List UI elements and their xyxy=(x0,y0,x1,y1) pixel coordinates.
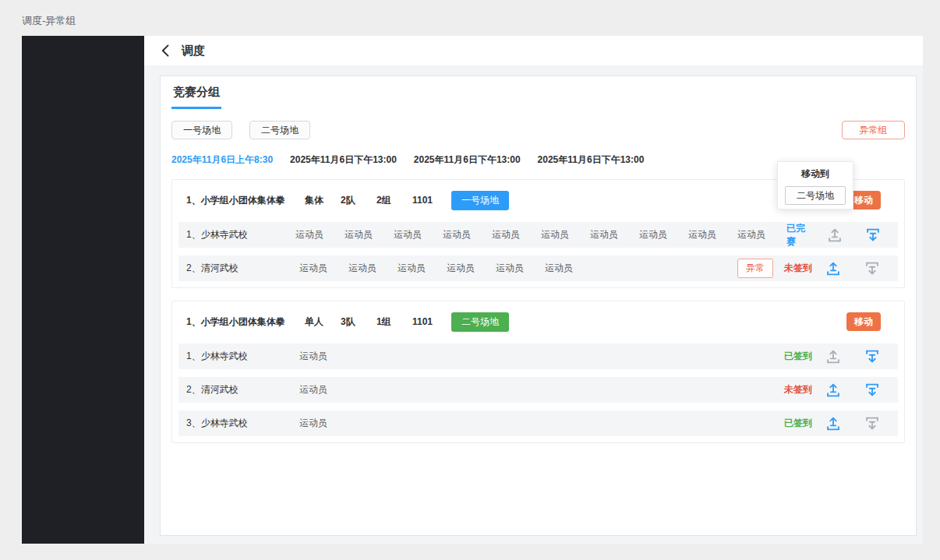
date-tab-1[interactable]: 2025年11月6日上午8:30 xyxy=(171,153,273,167)
abnormal-badge: 异常 xyxy=(737,259,773,278)
group-card-2: 1、小学组小团体集体拳 单人 3队 1组 1101 二号场地 移动 1、少林寺武… xyxy=(171,301,905,443)
stage-up-arrow-icon xyxy=(825,415,842,432)
abnormal-group-button[interactable]: 异常组 xyxy=(842,121,905,139)
stage-down-button[interactable] xyxy=(864,226,882,245)
group-teams: 2队 xyxy=(341,194,376,207)
group-number: 1组 xyxy=(376,315,412,329)
stage-down-arrow-icon xyxy=(864,348,881,365)
popup-option-venue-2[interactable]: 二号场地 xyxy=(785,186,846,205)
athlete-label: 运动员 xyxy=(299,417,348,430)
athlete-list: 运动员 xyxy=(299,383,348,396)
stage-up-button[interactable] xyxy=(825,259,843,278)
stage-up-button[interactable] xyxy=(825,347,843,366)
athlete-label: 运动员 xyxy=(590,228,639,241)
venue-badge: 二号场地 xyxy=(451,312,509,332)
team-name: 2、清河武校 xyxy=(186,262,299,275)
status-badge: 已签到 xyxy=(784,417,812,430)
stage-down-button[interactable] xyxy=(864,347,882,366)
team-row: 2、清河武校 运动员 未签到 xyxy=(178,377,898,403)
athlete-list: 运动员 xyxy=(299,417,348,430)
date-tab-2[interactable]: 2025年11月6日下午13:00 xyxy=(290,153,397,167)
athlete-label: 运动员 xyxy=(492,228,541,241)
content-card: 竞赛分组 一号场地 二号场地 异常组 2025年11月6日上午8:30 2025… xyxy=(160,76,917,536)
stage-down-button[interactable] xyxy=(864,381,882,400)
athlete-label: 运动员 xyxy=(348,262,398,275)
date-tab-4[interactable]: 2025年11月6日下午13:00 xyxy=(538,153,645,167)
group-title: 1、小学组小团体集体拳 xyxy=(186,194,305,207)
stage-up-button[interactable] xyxy=(825,414,843,433)
athlete-list: 运动员运动员运动员运动员运动员运动员 xyxy=(299,262,594,275)
athlete-label: 运动员 xyxy=(398,262,447,275)
page-header: 调度 xyxy=(144,36,923,65)
main-area: 调度 竞赛分组 一号场地 二号场地 异常组 2025年11月6日上午8:30 2… xyxy=(144,36,923,544)
athlete-label: 运动员 xyxy=(541,228,590,241)
stage-down-button[interactable] xyxy=(864,259,882,278)
athlete-label: 运动员 xyxy=(443,228,492,241)
group-header: 1、小学组小团体集体拳 单人 3队 1组 1101 二号场地 移动 xyxy=(178,308,898,336)
athlete-label: 运动员 xyxy=(345,228,394,241)
move-to-popup: 移动到 二号场地 xyxy=(777,161,853,210)
group-title: 1、小学组小团体集体拳 xyxy=(186,315,305,329)
date-tab-3[interactable]: 2025年11月6日下午13:00 xyxy=(414,153,521,167)
stage-up-arrow-icon xyxy=(825,260,842,277)
team-row: 1、少林寺武校 运动员运动员运动员运动员运动员运动员运动员运动员运动员运动员 已… xyxy=(178,222,898,248)
athlete-label: 运动员 xyxy=(688,228,737,241)
tab-competition-grouping[interactable]: 竞赛分组 xyxy=(171,85,221,109)
controls-row: 一号场地 二号场地 异常组 xyxy=(171,121,905,139)
status-badge: 已完赛 xyxy=(786,222,814,248)
group-code: 1101 xyxy=(412,316,448,327)
window-title: 调度-异常组 xyxy=(22,14,76,28)
athlete-label: 运动员 xyxy=(299,262,348,275)
venue-badge: 一号场地 xyxy=(451,191,509,210)
team-name: 1、少林寺武校 xyxy=(186,228,295,241)
athlete-label: 运动员 xyxy=(295,228,345,241)
page-title: 调度 xyxy=(182,44,205,58)
stage-down-arrow-icon xyxy=(864,227,882,244)
team-name: 1、少林寺武校 xyxy=(186,350,299,363)
sidebar xyxy=(22,36,144,544)
stage-up-button[interactable] xyxy=(825,381,843,400)
team-row: 2、清河武校 运动员运动员运动员运动员运动员运动员 异常 未签到 xyxy=(178,255,898,281)
athlete-label: 运动员 xyxy=(639,228,688,241)
tab-bar: 竞赛分组 xyxy=(171,85,905,109)
status-badge: 未签到 xyxy=(784,383,812,396)
stage-down-arrow-icon xyxy=(864,415,881,432)
stage-down-button[interactable] xyxy=(864,414,882,433)
athlete-label: 运动员 xyxy=(299,383,348,396)
stage-up-arrow-icon xyxy=(826,227,843,244)
group-code: 1101 xyxy=(412,195,448,206)
athlete-label: 运动员 xyxy=(299,350,348,363)
athlete-label: 运动员 xyxy=(496,262,545,275)
move-button[interactable]: 移动 xyxy=(846,312,881,331)
athlete-label: 运动员 xyxy=(447,262,496,275)
stage-up-arrow-icon xyxy=(825,348,842,365)
chevron-left-icon xyxy=(158,43,174,58)
stage-up-button[interactable] xyxy=(826,226,844,245)
status-badge: 未签到 xyxy=(784,262,812,275)
venue-button-1[interactable]: 一号场地 xyxy=(171,121,232,139)
back-button[interactable] xyxy=(158,42,175,59)
athlete-list: 运动员 xyxy=(299,350,348,363)
group-number: 2组 xyxy=(376,194,412,207)
venue-button-2[interactable]: 二号场地 xyxy=(249,121,310,139)
stage-down-arrow-icon xyxy=(864,382,881,399)
status-badge: 已签到 xyxy=(784,350,812,363)
group-type: 集体 xyxy=(305,194,341,207)
stage-down-arrow-icon xyxy=(864,260,881,277)
team-name: 3、少林寺武校 xyxy=(186,417,299,430)
team-row: 3、少林寺武校 运动员 已签到 xyxy=(178,410,898,436)
app-frame: 调度 竞赛分组 一号场地 二号场地 异常组 2025年11月6日上午8:30 2… xyxy=(22,36,923,544)
stage-up-arrow-icon xyxy=(825,382,842,399)
athlete-label: 运动员 xyxy=(737,228,786,241)
team-name: 2、清河武校 xyxy=(186,383,299,396)
athlete-label: 运动员 xyxy=(394,228,443,241)
athlete-label: 运动员 xyxy=(545,262,594,275)
popup-title: 移动到 xyxy=(778,167,853,181)
team-row: 1、少林寺武校 运动员 已签到 xyxy=(178,343,898,369)
group-teams: 3队 xyxy=(341,315,376,329)
group-type: 单人 xyxy=(305,315,341,329)
athlete-list: 运动员运动员运动员运动员运动员运动员运动员运动员运动员运动员 xyxy=(295,228,786,241)
